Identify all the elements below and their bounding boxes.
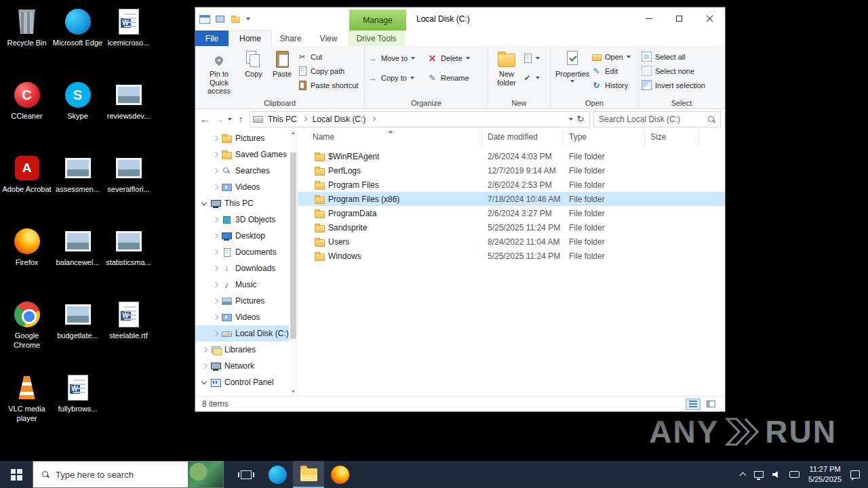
select-all-button[interactable]: Select all <box>642 52 705 62</box>
cut-button[interactable]: Cut <box>297 52 358 62</box>
select-none-button[interactable]: Select none <box>642 66 705 76</box>
delete-button[interactable]: Delete <box>427 53 470 63</box>
tab-home[interactable]: Home <box>229 30 272 46</box>
column-header-date-modified[interactable]: Date modified <box>482 129 564 145</box>
sidebar-item-control-panel[interactable]: Control Panel <box>195 374 289 390</box>
desktop-icon-statisticsma[interactable]: statisticsma... <box>103 222 154 296</box>
copy-button[interactable]: Copy <box>240 48 267 98</box>
chevron-down-icon[interactable] <box>201 380 207 385</box>
easy-access-button[interactable] <box>522 73 540 83</box>
desktop-icon-severalflori[interactable]: severalflori... <box>103 149 154 222</box>
breadcrumb-this-pc[interactable]: This PC <box>264 115 300 124</box>
chevron-down-icon[interactable] <box>201 201 207 206</box>
sidebar-item-local-disk-c[interactable]: Local Disk (C:) <box>195 325 289 342</box>
sidebar-item-libraries[interactable]: Libraries <box>195 342 289 358</box>
desktop-icon-balancewel[interactable]: balancewel... <box>52 222 103 296</box>
history-button[interactable]: History <box>591 80 631 90</box>
taskbar-file-explorer-button[interactable] <box>293 461 324 488</box>
chevron-right-icon[interactable] <box>212 314 218 320</box>
address-bar[interactable]: This PC Local Disk (C:) <box>250 111 590 127</box>
copy-path-button[interactable]: Copy path <box>297 66 358 76</box>
forward-button[interactable] <box>214 114 224 125</box>
desktop-icon-skype[interactable]: Skype <box>52 76 103 149</box>
network-icon[interactable] <box>754 471 764 478</box>
chevron-right-icon[interactable] <box>212 266 218 271</box>
tab-share[interactable]: Share <box>272 30 309 46</box>
open-button[interactable]: Open <box>591 52 631 62</box>
file-row-programdata[interactable]: ProgramData 2/6/2024 3:27 PM File folder <box>298 206 725 220</box>
refresh-icon[interactable] <box>574 114 587 124</box>
show-hidden-icons-chevron-icon[interactable] <box>740 472 745 477</box>
file-row-winreagent[interactable]: $WinREAgent 2/6/2024 4:03 PM File folder <box>298 149 725 163</box>
sidebar-item-pictures-pc[interactable]: Pictures <box>195 293 289 309</box>
sidebar-item-desktop[interactable]: Desktop <box>195 228 289 244</box>
rename-button[interactable]: Rename <box>427 73 470 83</box>
desktop-icon-reviewsdev[interactable]: reviewsdev... <box>103 76 154 149</box>
desktop-icon-microsoft-edge[interactable]: Microsoft Edge <box>52 3 103 76</box>
scrollbar-thumb[interactable] <box>290 152 296 339</box>
up-button[interactable] <box>235 114 246 125</box>
tab-file[interactable]: File <box>195 30 229 46</box>
chevron-right-icon[interactable] <box>212 298 218 304</box>
breadcrumb-local-disk-c[interactable]: Local Disk (C:) <box>309 115 370 124</box>
new-item-button[interactable] <box>522 53 540 63</box>
details-view-button[interactable] <box>686 399 701 410</box>
sidebar-item-searches[interactable]: Searches <box>195 163 289 179</box>
volume-icon[interactable] <box>772 470 781 479</box>
task-view-button[interactable] <box>231 461 262 488</box>
sidebar-item-music[interactable]: Music <box>195 277 289 293</box>
paste-button[interactable]: Paste <box>267 48 297 98</box>
column-header-name[interactable]: Name <box>298 129 482 145</box>
copy-to-button[interactable]: Copy to <box>368 73 427 83</box>
desktop-icon-recycle-bin[interactable]: Recycle Bin <box>1 3 52 76</box>
start-button[interactable] <box>0 461 33 488</box>
qat-new-folder-icon[interactable] <box>231 14 240 24</box>
file-row-program-files-x86[interactable]: Program Files (x86) 7/18/2024 10:46 AM F… <box>298 192 725 206</box>
sidebar-item-network[interactable]: Network <box>195 358 289 374</box>
sidebar-item-documents[interactable]: Documents <box>195 244 289 260</box>
move-to-button[interactable]: Move to <box>368 53 427 63</box>
file-row-windows[interactable]: Windows 5/25/2025 11:24 PM File folder <box>298 249 725 263</box>
desktop-icon-ccleaner[interactable]: CCleaner <box>1 76 52 149</box>
desktop-icon-icemicroso[interactable]: icemicroso... <box>103 3 154 76</box>
recent-locations-chevron-icon[interactable] <box>228 118 232 121</box>
scroll-up-icon[interactable] <box>291 129 296 137</box>
qat-customize-chevron-icon[interactable] <box>246 18 250 20</box>
paste-shortcut-button[interactable]: Paste shortcut <box>297 80 358 90</box>
desktop-icon-google-chrome[interactable]: Google Chrome <box>1 296 52 369</box>
chevron-right-icon[interactable] <box>212 152 218 157</box>
column-header-size[interactable]: Size <box>645 129 699 145</box>
desktop-icon-firefox[interactable]: Firefox <box>1 222 52 296</box>
taskbar-firefox-button[interactable] <box>324 461 355 488</box>
sidebar-item-videos-pc[interactable]: Videos <box>195 309 289 325</box>
chevron-right-icon[interactable] <box>212 136 218 141</box>
navigation-scrollbar[interactable] <box>289 129 298 396</box>
column-header-type[interactable]: Type <box>564 129 645 145</box>
edit-button[interactable]: Edit <box>591 66 631 76</box>
chevron-right-icon[interactable] <box>212 168 218 174</box>
file-row-perflogs[interactable]: PerfLogs 12/7/2019 9:14 AM File folder <box>298 163 725 178</box>
address-dropdown-chevron-icon[interactable] <box>569 118 573 121</box>
file-row-program-files[interactable]: Program Files 2/6/2024 2:53 PM File fold… <box>298 178 725 192</box>
search-input[interactable]: Search Local Disk (C:) <box>593 111 721 127</box>
close-button[interactable] <box>694 7 725 29</box>
sidebar-item-3d-objects[interactable]: 3D Objects <box>195 211 289 228</box>
properties-button[interactable]: Properties <box>553 48 591 98</box>
search-icon[interactable] <box>707 115 715 123</box>
chevron-right-icon[interactable] <box>201 363 207 369</box>
file-row-sandsprite[interactable]: Sandsprite 5/25/2025 11:24 PM File folde… <box>298 220 725 235</box>
file-row-users[interactable]: Users 8/24/2022 11:04 AM File folder <box>298 235 725 249</box>
touch-keyboard-icon[interactable] <box>789 471 800 478</box>
action-center-icon[interactable] <box>850 470 860 479</box>
maximize-button[interactable] <box>664 7 694 29</box>
desktop-icon-steelable-rtf[interactable]: steelable.rtf <box>103 296 154 369</box>
scroll-down-icon[interactable] <box>291 388 296 396</box>
minimize-button[interactable] <box>633 7 664 29</box>
sidebar-item-videos-top[interactable]: Videos <box>195 179 289 195</box>
new-folder-button[interactable]: New folder <box>491 48 522 98</box>
chevron-right-icon[interactable] <box>212 233 218 239</box>
desktop-icon-adobe-acrobat[interactable]: Adobe Acrobat <box>1 149 52 222</box>
pin-to-quick-access-button[interactable]: Pin to Quick access <box>198 48 240 98</box>
desktop-icon-assessmen[interactable]: assessmen... <box>52 149 103 222</box>
chevron-right-icon[interactable] <box>212 331 218 336</box>
